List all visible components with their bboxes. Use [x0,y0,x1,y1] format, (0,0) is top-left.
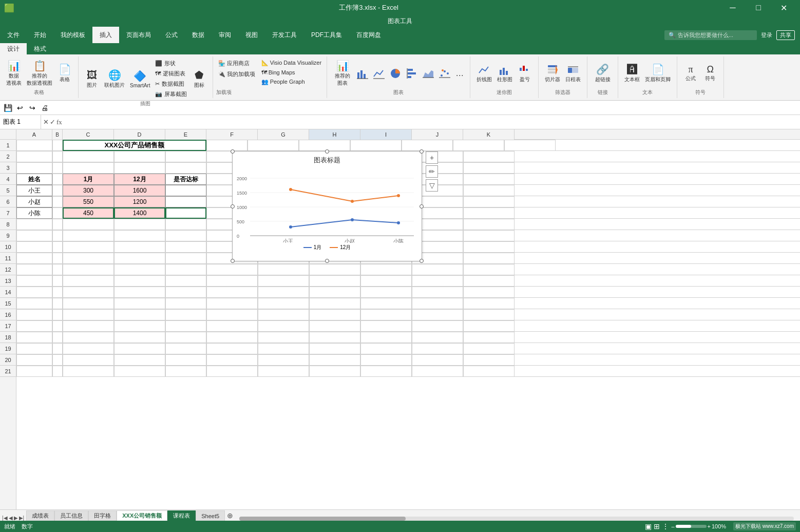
chart-container[interactable]: 图表标题 0 500 1000 1500 2000 [232,151,422,261]
appstore-button[interactable]: 🏪 应用商店 [216,59,257,68]
area-chart-button[interactable] [421,66,436,81]
cell-e9[interactable] [165,230,206,241]
cell-h16[interactable] [309,309,360,320]
zoom-slider[interactable] [676,525,707,528]
cell-i21[interactable] [360,366,412,377]
sheet-tab-staff[interactable]: 员工信息 [54,510,88,521]
zoom-in-button[interactable]: + [708,523,711,529]
add-sheet-button[interactable]: ⊕ [225,510,235,521]
cell-b3[interactable] [52,162,63,174]
cell-j21[interactable] [412,366,463,377]
cell-d15[interactable] [114,298,165,309]
cell-g19[interactable] [258,343,309,354]
cell-d6[interactable]: 1200 [114,196,165,207]
cell-c20[interactable] [63,354,114,366]
cell-b6[interactable] [52,196,63,207]
column-chart-button[interactable] [355,66,370,81]
cell-d8[interactable] [114,219,165,230]
shape-button[interactable]: ⬛ 形状 [153,59,188,68]
col-sparkline-button[interactable]: 柱形图 [495,63,515,84]
cell-e13[interactable] [165,275,206,287]
subtab-design[interactable]: 设计 [0,43,27,54]
cell-d14[interactable] [114,287,165,298]
cell-c10[interactable] [63,241,114,253]
resize-handle-bl[interactable] [231,259,235,263]
cell-d9[interactable] [114,230,165,241]
row-header-14[interactable]: 14 [0,287,16,298]
screenshot-button[interactable]: 📷 屏幕截图 [153,89,188,99]
cell-j14[interactable] [412,287,463,298]
sheet-scrollbar-track[interactable] [239,517,794,521]
cell-e7[interactable] [165,207,206,219]
cell-a6[interactable]: 小赵 [16,196,52,207]
cell-a5[interactable]: 小王 [16,185,52,196]
cell-i12[interactable] [360,264,412,275]
cell-k2[interactable] [463,151,515,162]
header-footer-button[interactable]: 📄 页眉和页脚 [643,62,673,84]
cell-k8[interactable] [463,219,515,230]
row-header-20[interactable]: 20 [0,354,16,366]
cell-k7[interactable] [463,207,515,219]
cell-c8[interactable] [63,219,114,230]
cell-j16[interactable] [412,309,463,320]
row-header-15[interactable]: 15 [0,298,16,309]
cell-h19[interactable] [309,343,360,354]
cell-c16[interactable] [63,309,114,320]
cell-d3[interactable] [114,162,165,174]
cell-j20[interactable] [412,354,463,366]
cell-k11[interactable] [463,253,515,264]
sheet-tab-course[interactable]: 课程表 [167,510,196,521]
row-header-17[interactable]: 17 [0,320,16,332]
timeline-button[interactable]: 日程表 [563,63,583,84]
icon-button[interactable]: ⬟ 图标 [190,68,208,90]
sheet-nav[interactable]: |◀ ◀ ▶ ▶| [2,515,24,521]
maximize-button[interactable]: □ [747,0,770,15]
cell-a16[interactable] [16,309,52,320]
cell-d7[interactable]: 1400 [114,207,165,219]
cell-a4[interactable]: 姓名 [16,174,52,185]
cell-c13[interactable] [63,275,114,287]
cell-k13[interactable] [463,275,515,287]
col-header-j[interactable]: J [412,129,463,140]
cell-d10[interactable] [114,241,165,253]
cell-e21[interactable] [165,366,206,377]
tab-developer[interactable]: 开发工具 [265,27,304,43]
cell-g17[interactable] [258,320,309,332]
cell-c3[interactable] [63,162,114,174]
textbox-button[interactable]: 🅰 文本框 [622,63,642,84]
cell-a12[interactable] [16,264,52,275]
cell-b12[interactable] [52,264,63,275]
cell-a7[interactable]: 小陈 [16,207,52,219]
cell-j12[interactable] [412,264,463,275]
cell-d13[interactable] [114,275,165,287]
resize-handle-tr[interactable] [420,149,424,154]
cell-c17[interactable] [63,320,114,332]
cell-d18[interactable] [114,332,165,343]
insert-function-button[interactable]: fx [56,118,62,126]
cell-a10[interactable] [16,241,52,253]
cell-c14[interactable] [63,287,114,298]
cell-j19[interactable] [412,343,463,354]
cell-j1[interactable] [453,140,504,151]
cell-c5[interactable]: 300 [63,185,114,196]
cell-c18[interactable] [63,332,114,343]
row-header-7[interactable]: 7 [0,207,16,219]
recommended-chart-button[interactable]: 📊 推荐的图表 [331,59,354,88]
cell-b4[interactable] [52,174,63,185]
tab-pdf[interactable]: PDF工具集 [304,27,349,43]
cell-h12[interactable] [309,264,360,275]
cell-b1[interactable] [52,140,63,151]
tab-baidu[interactable]: 百度网盘 [349,27,388,43]
cell-b7[interactable] [52,207,63,219]
cell-c19[interactable] [63,343,114,354]
row-header-6[interactable]: 6 [0,196,16,207]
undo-button[interactable]: ↩ [14,102,26,113]
cell-e4[interactable]: 是否达标 [165,174,206,185]
chart-filter-button[interactable]: ▽ [426,179,438,192]
cell-j13[interactable] [412,275,463,287]
cell-e11[interactable] [165,253,206,264]
cell-b19[interactable] [52,343,63,354]
myaddin-button[interactable]: 🔌 我的加载项 [216,69,257,79]
col-header-g[interactable]: G [258,129,309,140]
row-header-4[interactable]: 4 [0,174,16,185]
